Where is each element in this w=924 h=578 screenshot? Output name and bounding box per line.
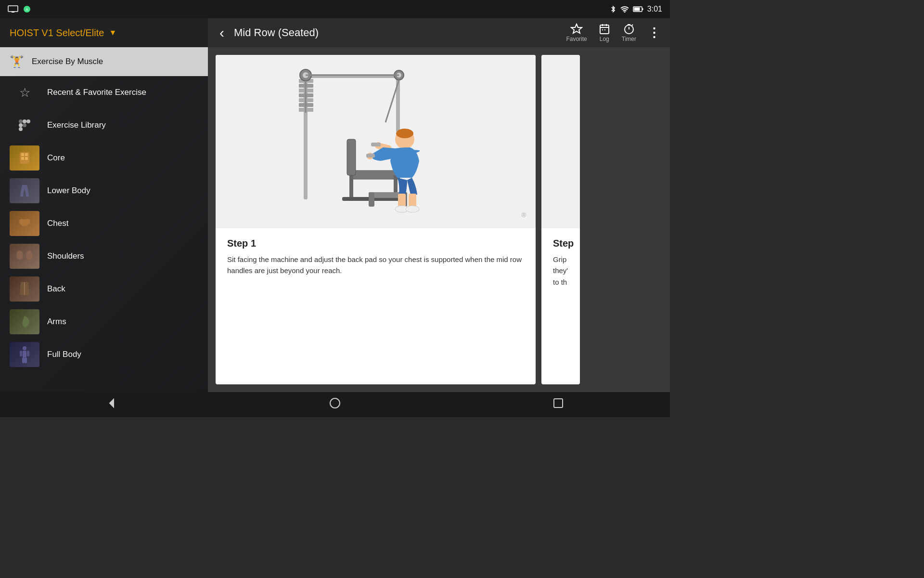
sidebar-item-arms[interactable]: Arms bbox=[0, 305, 208, 338]
svg-rect-24 bbox=[20, 351, 22, 356]
recent-favorite-label: Recent & Favorite Exercise bbox=[47, 88, 146, 97]
chest-label: Chest bbox=[47, 219, 68, 228]
sidebar-item-exercise-library[interactable]: Exercise Library bbox=[0, 109, 208, 142]
nav-back-button[interactable] bbox=[87, 394, 137, 416]
svg-rect-1 bbox=[12, 12, 14, 13]
nav-back-icon bbox=[106, 397, 117, 409]
active-item-label: Exercise By Muscle bbox=[32, 57, 103, 66]
step1-title: Step 1 bbox=[227, 238, 524, 249]
step1-image: ® bbox=[216, 55, 536, 228]
step1-body: Step 1 Sit facing the machine and adjust… bbox=[216, 228, 536, 384]
step2-image-partial bbox=[541, 55, 580, 228]
step1-text: Sit facing the machine and adjust the ba… bbox=[227, 254, 524, 276]
core-label: Core bbox=[47, 153, 65, 163]
exercise-content: ® Step 1 Sit facing the machine and adju… bbox=[208, 47, 670, 392]
exercise-library-label: Exercise Library bbox=[47, 120, 106, 130]
sidebar: HOIST V1 Select/Elite ▼ 🏋 Exercise By Mu… bbox=[0, 18, 208, 392]
sidebar-item-back[interactable]: Back bbox=[0, 273, 208, 305]
svg-point-71 bbox=[406, 206, 419, 212]
header-actions: Favorite Log bbox=[566, 23, 660, 42]
svg-rect-57 bbox=[349, 175, 353, 199]
svg-text:A: A bbox=[26, 7, 28, 12]
bottom-nav bbox=[0, 392, 670, 417]
svg-rect-17 bbox=[21, 157, 24, 160]
gym-machine-illustration bbox=[275, 65, 477, 219]
lower-body-thumbnail bbox=[10, 178, 39, 203]
log-icon bbox=[599, 23, 610, 35]
arms-label: Arms bbox=[47, 317, 66, 327]
core-muscle-icon bbox=[15, 148, 34, 168]
exercise-library-icon-wrapper bbox=[10, 113, 39, 138]
battery-icon bbox=[633, 6, 643, 12]
shoulders-thumbnail bbox=[10, 244, 39, 269]
sidebar-item-full-body[interactable]: Full Body bbox=[0, 338, 208, 371]
shoulders-label: Shoulders bbox=[47, 251, 84, 261]
time-display: 3:01 bbox=[647, 5, 662, 13]
dropdown-icon: ▼ bbox=[109, 28, 116, 37]
back-muscle-icon bbox=[15, 279, 34, 299]
svg-point-65 bbox=[396, 129, 413, 138]
dumbbell-icon: 🏋 bbox=[10, 55, 24, 68]
content-header: ‹ Mid Row (Seated) Favorite bbox=[208, 18, 670, 47]
svg-rect-15 bbox=[21, 153, 24, 156]
step2-card-partial: Step Grip they' to th bbox=[541, 55, 580, 384]
log-button[interactable]: Log bbox=[599, 23, 610, 42]
nav-recent-icon bbox=[552, 397, 564, 409]
star-icon: ☆ bbox=[19, 85, 30, 100]
sidebar-item-shoulders[interactable]: Shoulders bbox=[0, 240, 208, 273]
chest-thumbnail bbox=[10, 211, 39, 236]
status-bar-right: 3:01 bbox=[610, 5, 662, 13]
android-icon: A bbox=[23, 5, 31, 13]
timer-icon bbox=[623, 23, 635, 35]
timer-button[interactable]: Timer bbox=[622, 23, 636, 42]
sidebar-item-recent-favorite[interactable]: ☆ Recent & Favorite Exercise bbox=[0, 76, 208, 109]
step2-body-partial: Step Grip they' to th bbox=[541, 228, 580, 384]
status-bar-left: A bbox=[8, 5, 31, 13]
exercise-title: Mid Row (Seated) bbox=[234, 26, 558, 39]
trademark-label: ® bbox=[521, 211, 526, 219]
svg-rect-6 bbox=[634, 8, 640, 11]
svg-marker-74 bbox=[110, 399, 114, 407]
svg-rect-25 bbox=[27, 351, 29, 356]
sidebar-header[interactable]: HOIST V1 Select/Elite ▼ bbox=[0, 18, 208, 47]
back-button[interactable]: ‹ bbox=[218, 23, 226, 43]
content-area: ‹ Mid Row (Seated) Favorite bbox=[208, 18, 670, 392]
lower-body-label: Lower Body bbox=[47, 186, 90, 196]
favorite-icon bbox=[570, 23, 583, 35]
svg-rect-60 bbox=[347, 139, 356, 175]
sidebar-item-core[interactable]: Core bbox=[0, 142, 208, 174]
nav-recent-button[interactable] bbox=[533, 394, 583, 416]
step2-title-partial: Step bbox=[553, 238, 568, 249]
svg-rect-16 bbox=[25, 153, 28, 156]
svg-rect-7 bbox=[642, 8, 643, 10]
back-thumbnail bbox=[10, 276, 39, 302]
shoulders-icon bbox=[15, 247, 34, 266]
full-body-icon bbox=[15, 345, 34, 364]
svg-rect-27 bbox=[25, 357, 27, 363]
recent-favorite-icon-wrapper: ☆ bbox=[10, 80, 39, 105]
svg-rect-72 bbox=[371, 143, 381, 146]
full-body-label: Full Body bbox=[47, 350, 81, 359]
svg-point-4 bbox=[624, 12, 625, 13]
svg-point-8 bbox=[19, 119, 23, 123]
wifi-icon bbox=[620, 6, 629, 13]
svg-rect-62 bbox=[369, 192, 374, 207]
nav-home-button[interactable] bbox=[310, 394, 360, 416]
step2-text-partial: Grip they' to th bbox=[553, 254, 568, 288]
arms-thumbnail bbox=[10, 309, 39, 334]
sidebar-item-lower-body[interactable]: Lower Body bbox=[0, 174, 208, 207]
svg-marker-28 bbox=[571, 24, 582, 33]
full-body-thumbnail bbox=[10, 342, 39, 367]
log-label: Log bbox=[600, 36, 609, 42]
more-button[interactable]: ⋮ bbox=[648, 26, 660, 40]
arms-icon bbox=[15, 312, 34, 331]
sidebar-item-chest[interactable]: Chest bbox=[0, 207, 208, 240]
chest-icon bbox=[15, 214, 34, 233]
exercise-by-muscle-item[interactable]: 🏋 Exercise By Muscle bbox=[0, 47, 208, 76]
lower-body-icon bbox=[15, 181, 34, 200]
favorite-button[interactable]: Favorite bbox=[566, 23, 587, 42]
screen-icon bbox=[8, 5, 18, 13]
svg-point-22 bbox=[23, 346, 26, 350]
svg-rect-26 bbox=[22, 357, 25, 363]
svg-point-20 bbox=[26, 250, 33, 260]
